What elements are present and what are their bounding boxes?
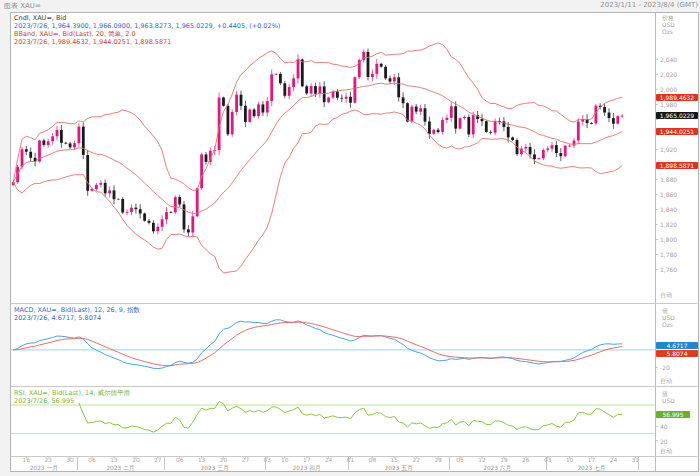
legend-bband-params: BBand, XAU=, Bid(Last), 20, 简单, 2.0 (14, 30, 280, 38)
legend-macd: MACD, XAU=, Bid(Last), 12, 26, 9, 指数 202… (14, 306, 140, 322)
legend-main: Cndl, XAU=, Bid 2023/7/26, 1,964.3900, 1… (14, 14, 280, 46)
legend-main-ohlc: 2023/7/26, 1,964.3900, 1,966.0900, 1,963… (14, 22, 280, 30)
legend-macd-values: 2023/7/26, 4.6717, 5.8074 (14, 314, 140, 322)
legend-rsi: RSI, XAU=, Bid(Last), 14, 威尔德平滑 2023/7/2… (14, 389, 130, 405)
legend-macd-params: MACD, XAU=, Bid(Last), 12, 26, 9, 指数 (14, 306, 140, 314)
legend-rsi-params: RSI, XAU=, Bid(Last), 14, 威尔德平滑 (14, 389, 130, 397)
legend-main-series: Cndl, XAU=, Bid (14, 14, 280, 22)
chart-window: 图表 XAU= 2023/1/11 - 2023/8/4 (GMT) Cndl,… (0, 0, 700, 476)
legend-rsi-values: 2023/7/26, 56.995 (14, 397, 130, 405)
legend-bband-values: 2023/7/26, 1,989.4632, 1,944.0251, 1,898… (14, 38, 280, 46)
